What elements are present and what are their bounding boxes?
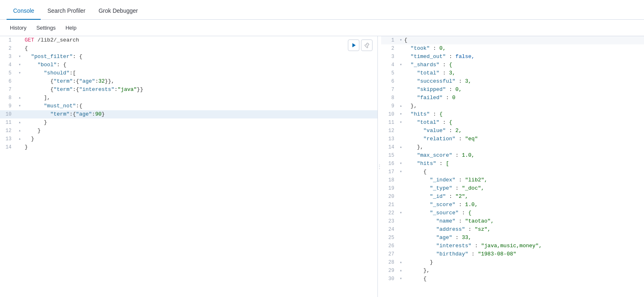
output-line-11: 11▾ "total" : { xyxy=(381,118,644,127)
code-content: {"term":{"interests":"java"}} xyxy=(23,86,377,94)
run-button[interactable] xyxy=(348,39,359,51)
output-line-number: 21 xyxy=(381,201,398,209)
output-line-number: 23 xyxy=(381,217,398,225)
editor-line-3: 3▾ "post_filter": { xyxy=(0,53,377,61)
output-line-number: 24 xyxy=(381,225,398,234)
tab-search-profiler[interactable]: Search Profiler xyxy=(41,2,92,20)
output-line-15: 15 "max_score" : 1.0, xyxy=(381,151,644,160)
code-editor[interactable]: 1GET /lib2/_search2{3▾ "post_filter": {4… xyxy=(0,36,377,297)
output-line-27: 27 "birthday" : "1983-08-08" xyxy=(381,250,644,258)
code-content: ], xyxy=(23,94,377,102)
output-line-number: 9 xyxy=(381,102,398,110)
output-fold-indicator[interactable]: ▾ xyxy=(398,36,404,44)
editor-line-10: 10 "term":{"age":90} xyxy=(0,110,377,118)
output-line-number: 8 xyxy=(381,94,398,102)
fold-indicator[interactable]: ▴ xyxy=(16,135,23,143)
code-content: {"term":{"age":32}}, xyxy=(23,77,377,86)
output-fold-indicator[interactable]: ▴ xyxy=(398,267,404,275)
output-line-8: 8 "failed" : 0 xyxy=(381,94,644,102)
editor-line-14: 14} xyxy=(0,143,377,151)
resize-handle[interactable]: ⋮ xyxy=(378,36,381,297)
output-line-5: 5 "total" : 3, xyxy=(381,69,644,77)
output-line-25: 25 "age" : 33, xyxy=(381,234,644,242)
output-line-number: 6 xyxy=(381,77,398,86)
output-fold-indicator[interactable]: ▾ xyxy=(398,168,404,176)
top-nav: Console Search Profiler Grok Debugger xyxy=(0,0,644,20)
nav-settings[interactable]: Settings xyxy=(33,23,59,32)
output-fold-indicator[interactable]: ▴ xyxy=(398,143,404,151)
output-line-number: 27 xyxy=(381,250,398,258)
output-content: "total" : 3, xyxy=(404,69,455,77)
output-line-10: 10▾ "hits" : { xyxy=(381,110,644,118)
output-line-23: 23 "name" : "taotao", xyxy=(381,217,644,225)
output-line-number: 30 xyxy=(381,275,398,283)
output-content: "took" : 0, xyxy=(404,44,446,53)
output-content: "_id" : "2", xyxy=(404,193,468,201)
nav-history[interactable]: History xyxy=(7,23,30,32)
output-content: "_shards" : { xyxy=(404,61,452,69)
output-fold-indicator[interactable]: ▴ xyxy=(398,258,404,267)
output-line-24: 24 "address" : "sz", xyxy=(381,225,644,234)
output-line-21: 21 "_score" : 1.0, xyxy=(381,201,644,209)
output-line-19: 19 "_type" : "_doc", xyxy=(381,184,644,193)
output-fold-indicator[interactable]: ▾ xyxy=(398,118,404,127)
line-number: 8 xyxy=(0,94,16,102)
tab-grok-debugger[interactable]: Grok Debugger xyxy=(92,2,145,20)
output-content: }, xyxy=(404,267,430,275)
editor-line-11: 11▴ } xyxy=(0,118,377,127)
code-content: "should":[ xyxy=(23,69,377,77)
code-content: "term":{"age":90} xyxy=(23,110,377,118)
output-content: { xyxy=(404,275,427,283)
output-line-number: 10 xyxy=(381,110,398,118)
tab-console[interactable]: Console xyxy=(7,2,41,20)
output-line-18: 18 "_index" : "lib2", xyxy=(381,176,644,184)
output-line-number: 1 xyxy=(381,36,398,44)
code-content: "post_filter": { xyxy=(23,53,377,61)
output-line-30: 30▾ { xyxy=(381,275,644,283)
output-content: "successful" : 3, xyxy=(404,77,472,86)
output-fold-indicator[interactable]: ▾ xyxy=(398,275,404,283)
fold-indicator[interactable]: ▴ xyxy=(16,118,23,127)
output-line-number: 18 xyxy=(381,176,398,184)
output-content: "max_score" : 1.0, xyxy=(404,151,475,160)
output-content: "relation" : "eq" xyxy=(404,135,478,143)
output-content: "name" : "taotao", xyxy=(404,217,494,225)
fold-indicator[interactable]: ▾ xyxy=(16,69,23,77)
fold-indicator[interactable]: ▾ xyxy=(16,102,23,110)
output-fold-indicator[interactable]: ▾ xyxy=(398,160,404,168)
editor-line-5: 5▾ "should":[ xyxy=(0,69,377,77)
line-number: 12 xyxy=(0,127,16,135)
fold-indicator[interactable]: ▴ xyxy=(16,94,23,102)
fold-indicator[interactable]: ▾ xyxy=(16,61,23,69)
code-content: GET /lib2/_search xyxy=(23,36,377,44)
nav-help[interactable]: Help xyxy=(62,23,80,32)
output-line-number: 22 xyxy=(381,209,398,217)
editor-line-1: 1GET /lib2/_search xyxy=(0,36,377,44)
wrench-button[interactable] xyxy=(361,39,373,51)
output-line-number: 28 xyxy=(381,258,398,267)
fold-indicator[interactable]: ▴ xyxy=(16,127,23,135)
output-fold-indicator[interactable]: ▾ xyxy=(398,110,404,118)
output-content: "address" : "sz", xyxy=(404,225,491,234)
editor-line-7: 7 {"term":{"interests":"java"}} xyxy=(0,86,377,94)
fold-indicator[interactable]: ▾ xyxy=(16,53,23,61)
editor-line-8: 8▴ ], xyxy=(0,94,377,102)
output-line-number: 15 xyxy=(381,151,398,160)
output-line-14: 14▴ }, xyxy=(381,143,644,151)
output-line-7: 7 "skipped" : 0, xyxy=(381,86,644,94)
output-content: } xyxy=(404,258,433,267)
output-fold-indicator[interactable]: ▾ xyxy=(398,61,404,69)
output-content: "failed" : 0 xyxy=(404,94,455,102)
line-number: 7 xyxy=(0,86,16,94)
editor-line-4: 4▾ "bool": { xyxy=(0,61,377,69)
line-number: 6 xyxy=(0,77,16,86)
output-content: "timed_out" : false, xyxy=(404,53,475,61)
output-line-number: 29 xyxy=(381,267,398,275)
code-content: "must_not":{ xyxy=(23,102,377,110)
output-fold-indicator[interactable]: ▴ xyxy=(398,102,404,110)
output-line-16: 16▾ "hits" : [ xyxy=(381,160,644,168)
output-fold-indicator[interactable]: ▾ xyxy=(398,209,404,217)
output-content: "age" : 33, xyxy=(404,234,472,242)
output-line-number: 14 xyxy=(381,143,398,151)
output-line-29: 29▴ }, xyxy=(381,267,644,275)
